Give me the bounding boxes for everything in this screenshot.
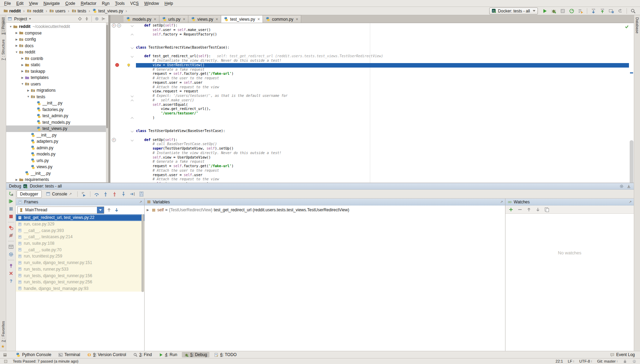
overrides-icon[interactable]: ↑	[112, 23, 116, 28]
move-down-button[interactable]	[535, 207, 541, 212]
frame-row[interactable]: run_tests, django_test_runner.py:156	[16, 272, 144, 279]
editor-gutter[interactable]	[110, 98, 136, 103]
editor-gutter[interactable]	[110, 32, 136, 37]
tree-item-__init__.py[interactable]: __init__.py	[6, 132, 108, 139]
chevron-down-icon[interactable]: ▼	[8, 25, 13, 28]
editor-gutter[interactable]	[110, 28, 136, 32]
code-line[interactable]: ↑ def setUp(self):	[110, 138, 629, 142]
chevron-down-icon[interactable]	[29, 18, 31, 20]
pause-button[interactable]	[8, 206, 14, 212]
menu-code[interactable]: Code	[62, 0, 78, 7]
overridden-icon[interactable]: ↓	[117, 23, 121, 28]
code-line[interactable]: request.user = self.user	[110, 173, 629, 178]
help-button[interactable]: ?	[8, 278, 14, 284]
breadcrumb-item[interactable]: users	[49, 8, 66, 14]
tree-item-admin.py[interactable]: admin.py	[6, 145, 108, 151]
menu-refactor[interactable]: Refactor	[78, 0, 99, 7]
frame-row[interactable]: __call__, suite.py:70	[16, 246, 144, 253]
tree-item-test_models.py[interactable]: test_models.py	[6, 119, 108, 126]
editor-gutter[interactable]	[110, 146, 136, 151]
editor-gutter[interactable]	[110, 59, 136, 63]
status-message[interactable]: Tests Passed: 7 passed (a minute ago)	[13, 359, 78, 363]
code-line[interactable]: )	[110, 116, 629, 120]
code-line[interactable]: # Instantiate the view directly. Never d…	[110, 59, 629, 63]
frame-row[interactable]: run, case.py:329	[16, 221, 144, 228]
menu-vcs[interactable]: VCS	[127, 0, 141, 7]
locate-button[interactable]	[76, 16, 83, 22]
float-panel-icon[interactable]: ↗	[629, 200, 632, 204]
chevron-right-icon[interactable]: ▶	[26, 89, 31, 92]
frame-row[interactable]: test_get_redirect_url, test_views.py:22	[16, 214, 144, 221]
editor-gutter[interactable]	[110, 116, 136, 120]
tree-item-reddit[interactable]: ▼reddit	[6, 49, 108, 55]
frame-row[interactable]: run, suite.py:108	[16, 240, 144, 247]
code-line[interactable]	[110, 124, 629, 129]
breadcrumb-item[interactable]: reddit	[3, 8, 21, 14]
tree-item-reddit[interactable]: ▼reddit~/cookiecutter/reddit	[6, 23, 108, 30]
step-over-button[interactable]	[92, 190, 101, 198]
editor-gutter[interactable]	[110, 94, 136, 98]
project-panel-title[interactable]: Project	[13, 17, 28, 21]
frame-row[interactable]: run, tcunittest.py:259	[16, 253, 144, 260]
profiler-button[interactable]	[568, 7, 576, 15]
vcs-commit-button[interactable]: VCS	[598, 7, 607, 15]
code-line[interactable]	[110, 50, 629, 54]
step-out-button[interactable]	[119, 190, 128, 198]
fold-marker-icon[interactable]	[131, 33, 134, 36]
tree-item-migrations[interactable]: ▶migrations	[6, 87, 108, 94]
float-panel-icon[interactable]: ↗	[139, 200, 142, 204]
menu-run[interactable]: Run	[99, 0, 112, 7]
code-line[interactable]: # Attach the request to the view	[110, 85, 629, 90]
frame-row[interactable]: run_suite, django_test_runner.py:151	[16, 260, 144, 266]
code-line[interactable]: # Generate a fake request	[110, 160, 629, 164]
editor-gutter[interactable]	[110, 120, 136, 125]
hide-down-button[interactable]	[627, 184, 631, 189]
editor-gutter[interactable]: ↑	[110, 138, 136, 142]
editor-gutter[interactable]	[110, 111, 136, 116]
view-breakpoints-button[interactable]	[8, 225, 14, 231]
code-line[interactable]: class TestUserUpdateView(BaseUserTestCas…	[110, 129, 629, 133]
editor-gutter[interactable]	[110, 173, 136, 178]
code-line[interactable]: # Expect: '/users/testuser/', as that is…	[110, 94, 629, 98]
vcs-update-button[interactable]: VCS	[589, 7, 598, 15]
frame-row[interactable]: __call__, testcases.py:214	[16, 234, 144, 240]
code-area[interactable]: ↑↓ def setUp(self): self.user = self.mak…	[110, 23, 634, 183]
editor-gutter[interactable]	[110, 133, 136, 138]
code-line[interactable]: request = self.factory.get('/fake-url')	[110, 72, 629, 76]
breakpoint-icon[interactable]	[115, 63, 119, 67]
chevron-right-icon[interactable]: ▶	[20, 57, 25, 60]
code-line[interactable]: view.get_redirect_url(),	[110, 107, 629, 111]
git-branch-selector[interactable]: Git: master↕	[597, 359, 618, 363]
close-tab-icon[interactable]: ×	[182, 17, 185, 22]
step-into-button[interactable]	[101, 190, 110, 198]
tree-item-requirements[interactable]: ▶requirements	[6, 176, 108, 182]
frame-row[interactable]: run_tests, runner.py:533	[16, 266, 144, 273]
code-line[interactable]	[110, 41, 629, 46]
close-tab-icon[interactable]: ×	[295, 17, 298, 22]
mute-breakpoints-button[interactable]	[8, 233, 14, 238]
editor-tab-urls.py[interactable]: urls.py×	[159, 15, 188, 23]
menu-tools[interactable]: Tools	[112, 0, 127, 7]
editor-gutter[interactable]	[110, 72, 136, 76]
code-line[interactable]: def test_get_redirect_url(self): self: t…	[110, 54, 629, 59]
toolwindow-button--find[interactable]: 3: Find	[131, 352, 155, 357]
code-line[interactable]: # call BaseUserTestCase.setUp()	[110, 142, 629, 146]
frame-row[interactable]: __call__, case.py:393	[16, 227, 144, 234]
chevron-right-icon[interactable]: ▶	[20, 63, 25, 67]
thread-combo-arrow[interactable]	[97, 207, 104, 213]
editor-gutter[interactable]	[110, 89, 136, 94]
chevron-right-icon[interactable]: ▶	[14, 178, 19, 181]
overrides-icon[interactable]: ↑	[112, 138, 116, 142]
menu-window[interactable]: Window	[141, 0, 162, 7]
code-line[interactable]: # self.make_user()	[110, 98, 629, 103]
fold-marker-icon[interactable]	[131, 46, 134, 49]
close-tab-icon[interactable]: ×	[153, 17, 156, 22]
hide-left-button[interactable]	[100, 16, 107, 22]
menu-help[interactable]: Help	[162, 0, 176, 7]
collapse-all-button[interactable]	[83, 16, 90, 22]
code-line[interactable]: super(TestUserUpdateView, self).setUp()	[110, 146, 629, 151]
code-line[interactable]: request.user = self.user	[110, 81, 629, 85]
resume-button[interactable]	[8, 199, 14, 204]
code-line[interactable]: # Attach the user to the request	[110, 76, 629, 81]
editor-gutter[interactable]	[110, 63, 136, 68]
